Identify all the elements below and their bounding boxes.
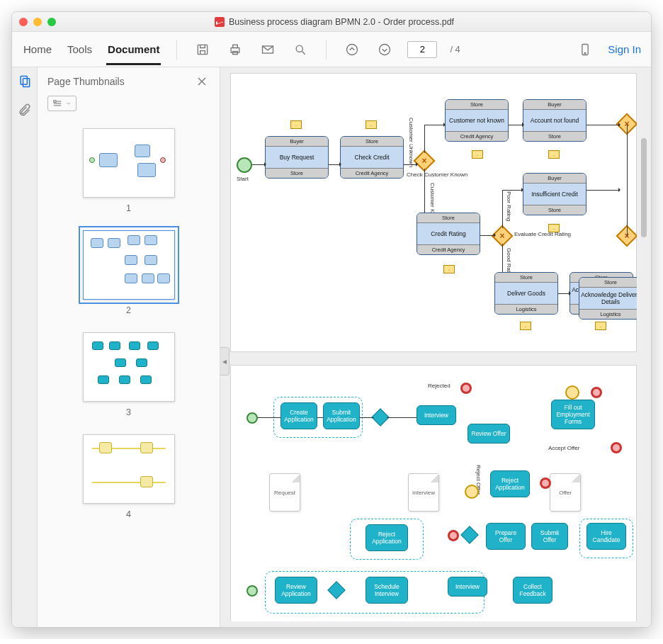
task-customer-not-known: Store Customer not known Credit Agency bbox=[445, 99, 509, 142]
attachments-panel-icon[interactable] bbox=[18, 103, 32, 120]
task-fill-forms: Fill out Employment Forms bbox=[551, 400, 595, 429]
doc-interview: Interview bbox=[408, 473, 439, 512]
window-controls bbox=[19, 18, 56, 26]
sign-in-link[interactable]: Sign In bbox=[608, 43, 641, 55]
pdf-icon bbox=[215, 17, 225, 27]
task-interview: Interview bbox=[416, 405, 456, 425]
page-number-input[interactable] bbox=[407, 41, 437, 58]
task-deliver-goods: Store Deliver Goods Logistics bbox=[494, 272, 558, 315]
end-event-icon bbox=[460, 383, 472, 394]
thumbnail-page-2[interactable] bbox=[83, 230, 175, 300]
end-event-icon bbox=[448, 530, 459, 541]
document-viewer[interactable]: ◂ Start Buyer Buy Request Store bbox=[220, 67, 651, 627]
page-up-icon[interactable] bbox=[342, 40, 362, 60]
svg-point-9 bbox=[584, 52, 586, 54]
window-title: Business process diagram BPMN 2.0 - Orde… bbox=[229, 17, 454, 27]
svg-rect-0 bbox=[198, 45, 208, 54]
svg-point-6 bbox=[347, 44, 358, 55]
toolbar: Home Tools Document / 4 Sign In bbox=[12, 32, 651, 67]
tab-document[interactable]: Document bbox=[106, 33, 161, 65]
message-icon bbox=[290, 120, 302, 129]
search-icon[interactable] bbox=[290, 40, 310, 60]
thumbnail-page-1[interactable] bbox=[83, 128, 175, 198]
task-prepare-offer: Prepare Offer bbox=[486, 523, 526, 550]
message-icon bbox=[548, 224, 560, 232]
print-icon[interactable] bbox=[225, 40, 245, 60]
thumbnails-panel-icon[interactable] bbox=[18, 74, 32, 91]
dup: Store Acknowledge Delivery Details Logis… bbox=[579, 277, 637, 320]
flow-label: Poor Rating bbox=[506, 191, 512, 221]
task-hire-candidate: Hire Candidate bbox=[586, 523, 626, 550]
task-account-not-found: Buyer Account not found Store bbox=[523, 99, 586, 142]
gateway-label: Evaluate Credit Rating bbox=[514, 231, 571, 237]
svg-point-7 bbox=[380, 44, 390, 55]
gateway-label: Check Customer Known bbox=[407, 171, 468, 178]
svg-point-5 bbox=[297, 45, 303, 52]
start-event-icon bbox=[237, 157, 252, 173]
timer-event-icon bbox=[565, 385, 579, 400]
page-2-lower-diagram: Create Application Submit Application In… bbox=[230, 365, 637, 621]
svg-rect-11 bbox=[23, 79, 29, 87]
thumbnail-list: 1 2 bbox=[38, 117, 220, 627]
end-event-icon bbox=[540, 478, 551, 489]
task-credit-rating: Store Credit Rating Credit Agency bbox=[416, 213, 480, 255]
task-check-credit: Store Check Credit Credit Agency bbox=[340, 136, 404, 179]
start-event-icon bbox=[246, 585, 258, 597]
start-event-icon bbox=[246, 412, 258, 424]
message-icon bbox=[443, 265, 455, 273]
doc-offer: Offer bbox=[550, 473, 581, 512]
flow-label: Customer Unknown bbox=[408, 118, 414, 167]
svg-rect-10 bbox=[21, 77, 27, 85]
message-icon bbox=[595, 322, 606, 330]
end-event-icon bbox=[591, 387, 602, 398]
start-label: Start bbox=[237, 176, 249, 182]
task-review-application: Review Application bbox=[275, 577, 317, 604]
task-create-application: Create Application bbox=[280, 402, 317, 429]
minimize-window-button[interactable] bbox=[33, 18, 42, 26]
message-icon bbox=[366, 120, 377, 129]
task-buy-request: Buyer Buy Request Store bbox=[265, 136, 329, 179]
save-icon[interactable] bbox=[193, 40, 212, 60]
thumbnail-label: 2 bbox=[83, 305, 175, 315]
tab-tools[interactable]: Tools bbox=[66, 33, 94, 65]
task-submit-application: Submit Application bbox=[323, 402, 360, 429]
message-icon bbox=[472, 150, 483, 159]
app-window: Business process diagram BPMN 2.0 - Orde… bbox=[11, 11, 652, 628]
task-reject-application-2: Reject Application bbox=[366, 524, 408, 551]
doc-request: Request bbox=[269, 473, 300, 512]
zoom-window-button[interactable] bbox=[47, 18, 56, 26]
gateway-icon bbox=[460, 526, 478, 543]
mobile-icon[interactable] bbox=[575, 40, 595, 60]
task-reject-application: Reject Application bbox=[490, 470, 530, 497]
page-2-upper-diagram: Start Buyer Buy Request Store Store Chec… bbox=[230, 73, 637, 352]
page-down-icon[interactable] bbox=[375, 40, 395, 60]
task-interview-2: Interview bbox=[448, 577, 487, 597]
flow-label: Rejected bbox=[428, 383, 450, 389]
task-insufficient-credit: Buyer Insufficient Credit Store bbox=[523, 173, 586, 215]
titlebar: Business process diagram BPMN 2.0 - Orde… bbox=[12, 12, 651, 32]
tab-home[interactable]: Home bbox=[22, 33, 53, 65]
task-review-offer: Review Offer bbox=[468, 424, 510, 444]
page-total-label: / 4 bbox=[450, 44, 460, 55]
thumbnail-page-4[interactable] bbox=[83, 434, 175, 504]
collapse-sidebar-handle[interactable]: ◂ bbox=[220, 347, 230, 375]
vertical-scrollbar[interactable] bbox=[641, 138, 647, 237]
message-icon bbox=[548, 150, 560, 159]
flow-label: Accept Offer bbox=[548, 445, 579, 451]
timer-event-icon bbox=[465, 485, 479, 499]
thumbnail-label: 4 bbox=[83, 509, 175, 519]
task-submit-offer: Submit Offer bbox=[531, 523, 568, 550]
message-icon bbox=[520, 322, 531, 330]
thumbnail-label: 3 bbox=[83, 407, 175, 417]
task-collect-feedback: Collect Feedback bbox=[513, 577, 552, 604]
thumbnail-page-3[interactable] bbox=[83, 332, 175, 402]
task-schedule-interview: Schedule Interview bbox=[366, 577, 408, 604]
mail-icon[interactable] bbox=[258, 40, 278, 60]
close-sidebar-icon[interactable] bbox=[194, 74, 210, 89]
svg-rect-12 bbox=[54, 101, 57, 102]
nav-rail bbox=[12, 67, 38, 627]
thumbnails-sidebar: Page Thumbnails 1 bbox=[38, 67, 220, 627]
close-window-button[interactable] bbox=[19, 18, 28, 26]
end-event-icon bbox=[611, 442, 622, 453]
thumbnail-options-button[interactable] bbox=[47, 96, 76, 111]
